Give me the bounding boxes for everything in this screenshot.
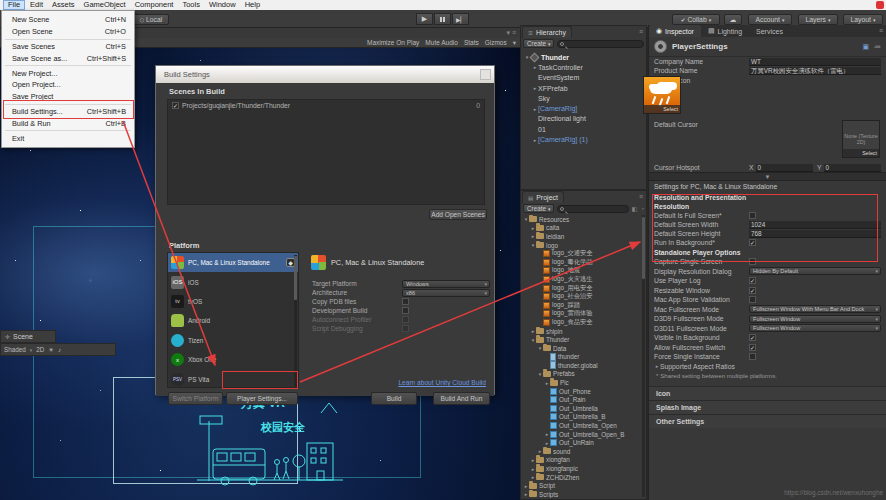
project-item[interactable]: ▸xiongfan — [521, 456, 641, 465]
game-toolbar-stats[interactable]: Stats — [464, 39, 479, 46]
inspector-checkbox[interactable] — [749, 353, 756, 360]
file-menu-item-save-scene-as-[interactable]: Save Scene as...Ctrl+Shift+S — [2, 52, 134, 64]
project-item[interactable]: logo_火灾逃生 — [521, 275, 641, 284]
inspector-dropdown[interactable]: Fullscreen Window With Menu Bar And Dock — [749, 305, 881, 313]
product-name-field[interactable]: 万翼VR校园安全演练软件（雷电） — [749, 67, 881, 75]
file-menu-item-save-project[interactable]: Save Project — [2, 91, 134, 103]
project-item[interactable]: ▸Scripts — [521, 490, 641, 498]
project-item[interactable]: ▾logo — [521, 241, 641, 250]
setting-checkbox[interactable] — [402, 298, 409, 305]
select-cursor-button[interactable]: Select — [843, 149, 879, 157]
platform-item-tvos[interactable]: tvtvOS — [168, 292, 298, 311]
inspector-text-field[interactable]: 768 — [749, 230, 881, 238]
game-toolbar-gizmos[interactable]: Gizmos — [485, 39, 507, 46]
menubar-item-assets[interactable]: Assets — [48, 0, 79, 10]
project-item[interactable]: logo_雷雨体验 — [521, 310, 641, 319]
project-item[interactable]: thunder — [521, 353, 641, 362]
project-item[interactable]: ▸Out_Umbrella_Open_B — [521, 430, 641, 439]
hierarchy-create-button[interactable]: Create ▾ — [523, 39, 554, 48]
menubar-item-edit[interactable]: Edit — [26, 0, 47, 10]
panel-menu-icon[interactable]: ≡ — [639, 28, 643, 35]
setting-dropdown[interactable]: x86 — [402, 289, 490, 297]
tab-scene[interactable]: ✛ Scene — [0, 330, 56, 343]
inspector-checkbox[interactable]: ✓ — [749, 334, 756, 341]
file-menu-item-exit[interactable]: Exit — [2, 132, 134, 144]
hierarchy-item[interactable]: ▸XFPrefab — [521, 83, 646, 93]
hierarchy-search-input[interactable] — [557, 40, 644, 48]
default-cursor-slot[interactable]: None (Texture 2D) Select — [842, 120, 880, 158]
project-item[interactable]: Out_Rain — [521, 395, 641, 404]
menubar-item-component[interactable]: Component — [131, 0, 178, 10]
project-item[interactable]: ▸sound — [521, 447, 641, 456]
panel-menu-icon[interactable]: ≡ — [639, 193, 643, 200]
inspector-dropdown[interactable]: Hidden By Default — [749, 267, 881, 275]
project-item[interactable]: ▸ZCHDiZhen — [521, 473, 641, 482]
file-menu-item-save-scenes[interactable]: Save ScenesCtrl+S — [2, 41, 134, 53]
hierarchy-item[interactable]: EventSystem — [521, 73, 646, 83]
tab-inspector[interactable]: ◉Inspector — [649, 25, 701, 37]
inspector-checkbox[interactable] — [749, 296, 756, 303]
pause-button[interactable] — [434, 13, 451, 25]
tab-hierarchy[interactable]: ☰ Hierarchy — [522, 26, 572, 38]
setting-checkbox[interactable] — [402, 325, 409, 332]
file-menu-item-open-project-[interactable]: Open Project... — [2, 79, 134, 91]
section-header-other-settings[interactable]: Other Settings — [649, 414, 886, 428]
mode-2d-toggle[interactable]: 2D — [36, 346, 44, 353]
tab-services[interactable]: Services — [749, 25, 790, 37]
inspector-dropdown[interactable]: Fullscreen Window — [749, 315, 881, 323]
platform-scrollbar-thumb[interactable] — [294, 256, 297, 300]
project-item[interactable]: logo_地震 — [521, 267, 641, 276]
hierarchy-item[interactable]: ▾Thunder — [521, 52, 646, 62]
project-item[interactable]: logo_食品安全 — [521, 318, 641, 327]
shading-mode-dropdown[interactable]: Shaded — [4, 346, 26, 353]
project-item[interactable]: ▸caita — [521, 224, 641, 233]
project-item[interactable]: ▸Script — [521, 481, 641, 490]
layout-dropdown[interactable]: Layout ▾ — [843, 14, 883, 25]
project-item[interactable]: logo_毒化学品 — [521, 258, 641, 267]
hotspot-x-field[interactable]: 0 — [756, 164, 813, 172]
close-icon[interactable] — [480, 69, 491, 80]
hierarchy-item[interactable]: ▸TaskController — [521, 62, 646, 72]
project-item[interactable]: Out_Umbrella_B — [521, 413, 641, 422]
inspector-checkbox[interactable] — [749, 258, 756, 265]
menubar-item-tools[interactable]: Tools — [178, 0, 204, 10]
platform-item-android[interactable]: Android — [168, 311, 298, 330]
resolution-presentation-header[interactable]: Resolution and Presentation — [649, 192, 886, 202]
project-item[interactable]: ▸Out_UnRain — [521, 438, 641, 447]
panel-menu-icon[interactable]: ≡ — [879, 27, 883, 34]
platform-item-pc-mac-linux-standalone[interactable]: PC, Mac & Linux Standalone◆ — [168, 253, 298, 272]
project-scrollbar[interactable] — [642, 215, 645, 497]
panel-menu-icon[interactable]: ▾ ≡ — [506, 29, 516, 37]
project-item[interactable]: Out_Umbrella — [521, 404, 641, 413]
inspector-checkbox[interactable]: ✓ — [749, 239, 756, 246]
project-item[interactable]: Out_Umbrella_Open — [521, 421, 641, 430]
menubar-item-file[interactable]: File — [3, 0, 25, 10]
project-item[interactable]: logo_社会治安 — [521, 292, 641, 301]
project-item[interactable]: logo_交通安全 — [521, 249, 641, 258]
project-item[interactable]: ▸xiongfanpic — [521, 464, 641, 473]
inspector-dropdown[interactable]: Fullscreen Window — [749, 324, 881, 332]
section-header-splash-image[interactable]: Splash Image — [649, 400, 886, 414]
project-item[interactable]: ▸Pic — [521, 378, 641, 387]
setting-checkbox[interactable] — [402, 307, 409, 314]
inspector-checkbox[interactable]: ✓ — [749, 287, 756, 294]
platform-item-ps-vita[interactable]: PSVPS Vita — [168, 369, 298, 388]
hierarchy-item[interactable]: Sky — [521, 93, 646, 103]
game-toolbar-maximize-on-play[interactable]: Maximize On Play — [367, 39, 419, 46]
platform-item-tizen[interactable]: Tizen — [168, 331, 298, 350]
play-button[interactable]: ▶ — [416, 13, 433, 25]
platform-item-ios[interactable]: iOSiOS — [168, 272, 298, 291]
section-header-icon[interactable]: Icon — [649, 386, 886, 400]
project-item[interactable]: ▾Data — [521, 344, 641, 353]
player-settings-button[interactable]: Player Settings... — [226, 392, 298, 405]
inspector-checkbox[interactable]: ✓ — [749, 277, 756, 284]
project-item[interactable]: ▸shipin — [521, 327, 641, 336]
preset-icon[interactable]: ▣ — [862, 43, 869, 51]
platform-scrollbar[interactable] — [294, 255, 297, 387]
tab-project[interactable]: ▤ Project — [522, 191, 564, 203]
platform-item-xbox-one[interactable]: xXbox One — [168, 350, 298, 369]
default-icon-thumbnail[interactable]: Select — [643, 76, 681, 114]
step-button[interactable]: ▶▏ — [452, 13, 469, 25]
game-toolbar-mute-audio[interactable]: Mute Audio — [425, 39, 458, 46]
search-by-label-icon[interactable]: ◔ — [640, 206, 644, 212]
